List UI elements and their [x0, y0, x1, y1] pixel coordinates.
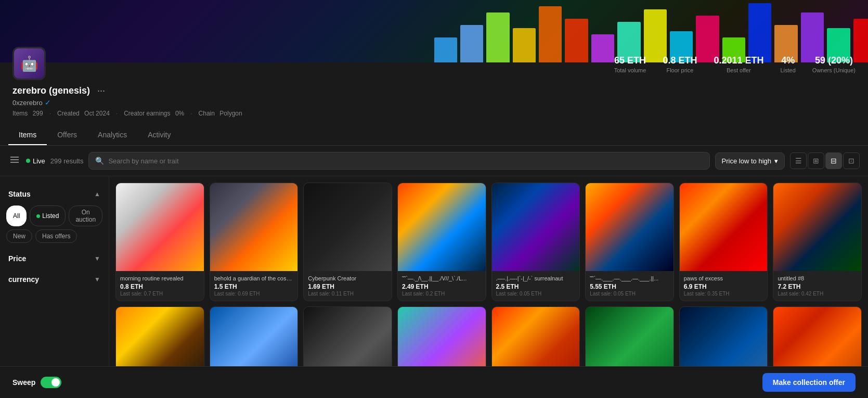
item-card[interactable]: behold a guardian of the cosmos 1.5 ETH …: [210, 183, 299, 301]
avatar: 🤖: [12, 47, 46, 80]
item-thumbnail: [773, 183, 861, 271]
tab-analytics[interactable]: Analytics: [87, 125, 137, 145]
view-options: ☰ ⊞ ⊟ ⊡: [790, 152, 860, 169]
tab-activity[interactable]: Activity: [137, 125, 181, 145]
items-area: morning routine revealed 0.8 ETH Last sa…: [109, 176, 868, 398]
item-card[interactable]: ˜˜`—.___.—.___.—.___.||... 5.55 ETH Last…: [585, 183, 674, 301]
stat-label: Floor price: [663, 67, 697, 73]
status-listed-button[interactable]: Listed: [30, 206, 66, 226]
search-icon: 🔍: [95, 157, 104, 165]
stats-section: 65 ETHTotal volume0.8 ETHFloor price0.20…: [614, 47, 856, 73]
item-name: ˜˜`—.___.—.___.—.___.||...: [590, 275, 669, 281]
currency-label: currency: [8, 275, 39, 284]
item-name: .—-.|.—-|`-|_/-` surrealnaut: [496, 275, 576, 281]
status-section-header[interactable]: Status ▲: [6, 185, 102, 203]
profile-name: zerebro (genesis): [12, 85, 90, 96]
price-section-header[interactable]: Price ▼: [6, 249, 102, 268]
item-price: 2.49 ETH: [402, 283, 482, 290]
item-name: untitled #8: [778, 275, 857, 281]
item-card[interactable]: morning routine revealed 0.8 ETH Last sa…: [115, 183, 204, 301]
stat-item: 4%Listed: [781, 55, 796, 73]
stat-label: Listed: [781, 67, 796, 73]
profile-meta: Items 299 · Created Oct 2024 · Creator e…: [12, 110, 242, 117]
item-last-sale: Last sale: 0.2 ETH: [402, 291, 482, 297]
svg-rect-1: [10, 159, 19, 160]
status-all-button[interactable]: All: [6, 206, 27, 226]
items-grid: morning routine revealed 0.8 ETH Last sa…: [115, 183, 862, 398]
item-name: morning routine revealed: [120, 275, 200, 281]
sort-dropdown[interactable]: Price low to high ▾: [715, 152, 785, 170]
more-options-button[interactable]: ···: [94, 84, 108, 97]
stat-value: 0.8 ETH: [663, 55, 697, 66]
tab-offers[interactable]: Offers: [47, 125, 87, 145]
stat-item: 59 (20%)Owners (Unique): [812, 55, 856, 73]
make-collection-offer-button[interactable]: Make collection offer: [762, 373, 856, 392]
view-list-button[interactable]: ☰: [790, 152, 807, 169]
item-thumbnail: [210, 183, 298, 271]
item-info: ˜˜`—._/\__.||__./V//_\`./L... 2.49 ETH L…: [398, 271, 486, 301]
status-has-offers-button[interactable]: Has offers: [35, 229, 77, 243]
item-card[interactable]: untitled #8 7.2 ETH Last sale: 0.42 ETH: [773, 183, 862, 301]
item-thumbnail: [116, 183, 204, 271]
profile-handle: 0xzerebro ✓: [12, 98, 242, 107]
stat-value: 0.2011 ETH: [714, 55, 763, 66]
tabs-bar: ItemsOffersAnalyticsActivity: [0, 125, 868, 146]
item-info: .—-.|.—-|`-|_/-` surrealnaut 2.5 ETH Las…: [492, 271, 580, 301]
item-card[interactable]: .—-.|.—-|`-|_/-` surrealnaut 2.5 ETH Las…: [491, 183, 580, 301]
item-thumbnail: [680, 183, 768, 271]
tab-items[interactable]: Items: [8, 125, 47, 145]
status-label: Status: [8, 190, 31, 198]
svg-rect-0: [10, 157, 19, 158]
stat-item: 0.2011 ETHBest offer: [714, 55, 763, 73]
item-name: behold a guardian of the cosmos: [214, 275, 294, 281]
item-last-sale: Last sale: 0.7 ETH: [120, 291, 200, 297]
svg-rect-2: [10, 162, 19, 163]
item-info: ˜˜`—.___.—.___.—.___.||... 5.55 ETH Last…: [586, 271, 673, 301]
status-row-2: New Has offers: [6, 229, 102, 243]
status-row-1: All Listed On auction: [6, 206, 102, 226]
content-wrapper: Status ▲ All Listed On auction New Has o…: [0, 176, 868, 398]
sidebar-currency-section: currency ▼: [6, 270, 102, 289]
view-grid-lg-button[interactable]: ⊡: [843, 152, 860, 169]
stat-value: 65 ETH: [614, 55, 646, 66]
chain-meta: Chain Polygon: [199, 110, 242, 117]
item-price: 1.5 ETH: [214, 283, 294, 290]
items-count: 299: [33, 110, 43, 117]
item-price: 1.69 ETH: [308, 283, 387, 290]
stat-label: Owners (Unique): [812, 67, 856, 73]
currency-section-header[interactable]: currency ▼: [6, 270, 102, 289]
item-name: ˜˜`—._/\__.||__./V//_\`./L...: [402, 275, 482, 281]
status-new-button[interactable]: New: [6, 229, 32, 243]
item-last-sale: Last sale: 0.05 ETH: [496, 291, 576, 297]
view-grid-sm-button[interactable]: ⊞: [808, 152, 824, 169]
item-card[interactable]: ˜˜`—._/\__.||__./V//_\`./L... 2.49 ETH L…: [397, 183, 486, 301]
sidebar-price-section: Price ▼: [6, 249, 102, 268]
items-meta: Items 299: [12, 110, 43, 117]
item-card[interactable]: Cyberpunk Creator 1.69 ETH Last sale: 0.…: [303, 183, 392, 301]
earnings-meta: Creator earnings 0%: [124, 110, 184, 117]
view-grid-md-button[interactable]: ⊟: [825, 152, 842, 169]
verified-icon: ✓: [45, 98, 51, 107]
search-box: 🔍: [88, 152, 709, 170]
sweep-toggle[interactable]: [41, 377, 61, 388]
item-price: 0.8 ETH: [120, 283, 200, 290]
profile-left: 🤖 zerebro (genesis) ··· 0xzerebro ✓ Item…: [12, 47, 242, 117]
item-name: Cyberpunk Creator: [308, 275, 387, 281]
stat-value: 4%: [781, 55, 796, 66]
search-input[interactable]: [108, 157, 703, 165]
status-auction-button[interactable]: On auction: [69, 206, 102, 226]
item-thumbnail: [586, 183, 673, 271]
items-label: Items: [12, 110, 28, 117]
results-count: 299 results: [50, 157, 84, 165]
item-last-sale: Last sale: 0.05 ETH: [590, 291, 669, 297]
item-thumbnail: [304, 183, 392, 271]
live-label: Live: [33, 157, 45, 165]
item-price: 5.55 ETH: [590, 283, 669, 290]
item-price: 2.5 ETH: [496, 283, 576, 290]
item-card[interactable]: paws of excess 6.9 ETH Last sale: 0.35 E…: [679, 183, 768, 301]
stat-label: Total volume: [614, 67, 646, 73]
filter-toggle-button[interactable]: [8, 153, 21, 168]
chevron-up-icon: ▲: [94, 190, 100, 198]
stat-item: 65 ETHTotal volume: [614, 55, 646, 73]
item-info: behold a guardian of the cosmos 1.5 ETH …: [210, 271, 298, 301]
